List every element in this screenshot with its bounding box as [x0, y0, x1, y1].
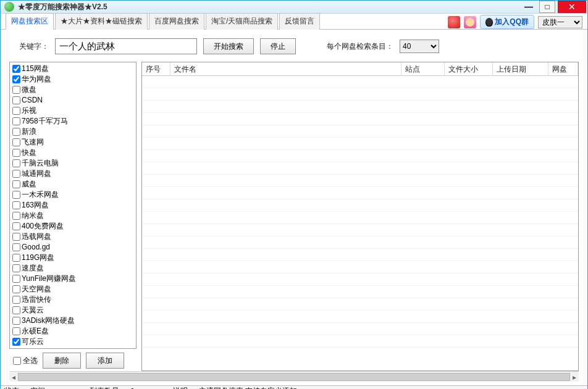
pan-item[interactable]: 115网盘: [10, 64, 136, 74]
pan-item[interactable]: 天翼云: [10, 305, 136, 316]
pan-item[interactable]: 飞速网: [10, 137, 136, 148]
delete-button[interactable]: 删除: [43, 353, 81, 369]
pan-item-checkbox[interactable]: [12, 338, 20, 346]
pan-item[interactable]: 纳米盘: [10, 211, 136, 221]
col-seq[interactable]: 序号: [142, 62, 170, 75]
pan-item[interactable]: 迅载网盘: [10, 232, 136, 242]
join-qq-group-button[interactable]: 加入QQ群: [480, 15, 534, 29]
pan-item-checkbox[interactable]: [12, 254, 20, 262]
pan-item-checkbox[interactable]: [12, 117, 20, 125]
close-button[interactable]: ✕: [558, 1, 586, 13]
table-row: [142, 224, 578, 236]
table-row: [142, 113, 578, 125]
pan-item-checkbox[interactable]: [12, 306, 20, 314]
keyword-input[interactable]: [55, 38, 197, 54]
pan-item[interactable]: 速度盘: [10, 263, 136, 274]
pan-source-list[interactable]: 115网盘华为网盘微盘CSDN乐视7958千军万马新浪飞速网快盘千脑云电脑城通网…: [9, 62, 136, 349]
join-qq-label: 加入QQ群: [495, 17, 529, 27]
tab-feedback[interactable]: 反馈留言: [279, 13, 320, 30]
pan-item[interactable]: 永硕E盘: [10, 326, 136, 337]
pan-item[interactable]: 新浪: [10, 127, 136, 137]
pan-item-checkbox[interactable]: [12, 201, 20, 209]
pan-item-checkbox[interactable]: [12, 180, 20, 188]
pan-item[interactable]: 威盘: [10, 179, 136, 190]
pan-item-checkbox[interactable]: [12, 96, 20, 104]
pan-item-label: 迅载网盘: [22, 232, 51, 242]
user-avatar-icon[interactable]: [464, 16, 476, 28]
pan-item-checkbox[interactable]: [12, 243, 20, 251]
select-all-input[interactable]: [13, 357, 21, 365]
pan-item-checkbox[interactable]: [12, 327, 20, 335]
pan-item[interactable]: 119G网盘: [10, 253, 136, 263]
skin-select[interactable]: 皮肤一: [538, 16, 582, 28]
pan-item-checkbox[interactable]: [12, 65, 20, 73]
pan-item-checkbox[interactable]: [12, 75, 20, 83]
results-body[interactable]: [142, 76, 578, 370]
pan-item[interactable]: YunFile网赚网盘: [10, 274, 136, 284]
pan-item[interactable]: 163网盘: [10, 200, 136, 211]
col-upload-date[interactable]: 上传日期: [493, 62, 548, 75]
pan-item-checkbox[interactable]: [12, 149, 20, 157]
pan-item[interactable]: 华为网盘: [10, 74, 136, 85]
col-site[interactable]: 站点: [401, 62, 445, 75]
pan-item[interactable]: 3ADisk网络硬盘: [10, 316, 136, 326]
table-row: [142, 88, 578, 101]
table-row: [142, 274, 578, 286]
qq-avatar-icon[interactable]: [448, 16, 460, 28]
col-pan[interactable]: 网盘: [548, 62, 578, 75]
pan-item-checkbox[interactable]: [12, 86, 20, 94]
pan-item[interactable]: 7958千军万马: [10, 116, 136, 127]
pan-item-checkbox[interactable]: [12, 275, 20, 283]
pan-item[interactable]: CSDN: [10, 95, 136, 106]
app-window: ★零度万能搜索神器★V2.5 — □ ✕ 网盘搜索区 ★大片★资料★磁链搜索 百…: [0, 0, 588, 389]
pan-item-checkbox[interactable]: [12, 285, 20, 293]
minimize-button[interactable]: —: [521, 1, 537, 13]
pan-item-checkbox[interactable]: [12, 264, 20, 272]
tab-baidu-search[interactable]: 百度网盘搜索: [149, 13, 204, 30]
perpage-select[interactable]: 40: [400, 40, 439, 53]
col-filesize[interactable]: 文件大小: [445, 62, 493, 75]
scroll-thumb[interactable]: [18, 373, 570, 381]
stop-search-button[interactable]: 停止: [260, 38, 296, 54]
pan-item-label: 163网盘: [22, 200, 49, 211]
pan-item[interactable]: 快盘: [10, 148, 136, 158]
scroll-right-arrow-icon[interactable]: ▸: [570, 372, 579, 382]
pan-item-checkbox[interactable]: [12, 128, 20, 136]
pan-item-label: 119G网盘: [22, 253, 54, 263]
pan-item-label: YunFile网赚网盘: [22, 274, 76, 284]
results-header: 序号 文件名 站点 文件大小 上传日期 网盘: [142, 62, 578, 76]
pan-item-checkbox[interactable]: [12, 107, 20, 115]
pan-item-checkbox[interactable]: [12, 233, 20, 241]
table-row: [142, 101, 578, 113]
pan-item-checkbox[interactable]: [12, 138, 20, 146]
pan-item-checkbox[interactable]: [12, 212, 20, 220]
pan-item[interactable]: 乐视: [10, 106, 136, 116]
select-all-checkbox[interactable]: 全选: [13, 356, 38, 366]
pan-item[interactable]: 城通网盘: [10, 169, 136, 179]
pan-item-checkbox[interactable]: [12, 317, 20, 325]
pan-item[interactable]: 迅雷快传: [10, 295, 136, 305]
tab-taobao-search[interactable]: 淘宝/天猫商品搜索: [206, 13, 278, 30]
pan-item[interactable]: Good.gd: [10, 242, 136, 253]
pan-item[interactable]: 400免费网盘: [10, 221, 136, 232]
horizontal-scrollbar[interactable]: ◂ ▸: [9, 371, 579, 382]
tab-magnet-search[interactable]: ★大片★资料★磁链搜索: [55, 13, 148, 30]
scroll-left-arrow-icon[interactable]: ◂: [9, 372, 18, 382]
pan-item[interactable]: 千脑云电脑: [10, 158, 136, 169]
start-search-button[interactable]: 开始搜索: [203, 38, 254, 54]
pan-item-label: 快盘: [22, 148, 36, 158]
pan-item-checkbox[interactable]: [12, 170, 20, 178]
pan-item-checkbox[interactable]: [12, 296, 20, 304]
pan-item-checkbox[interactable]: [12, 191, 20, 199]
pan-item[interactable]: 可乐云: [10, 337, 136, 347]
col-filename[interactable]: 文件名: [170, 62, 401, 75]
pan-item[interactable]: 微盘: [10, 85, 136, 95]
tab-pan-search[interactable]: 网盘搜索区: [6, 13, 54, 30]
pan-item-label: 一木禾网盘: [22, 190, 59, 200]
pan-item-checkbox[interactable]: [12, 222, 20, 230]
pan-item[interactable]: 天空网盘: [10, 284, 136, 295]
add-button[interactable]: 添加: [86, 353, 124, 369]
pan-item[interactable]: 一木禾网盘: [10, 190, 136, 200]
pan-item-checkbox[interactable]: [12, 159, 20, 167]
maximize-button[interactable]: □: [539, 1, 555, 13]
